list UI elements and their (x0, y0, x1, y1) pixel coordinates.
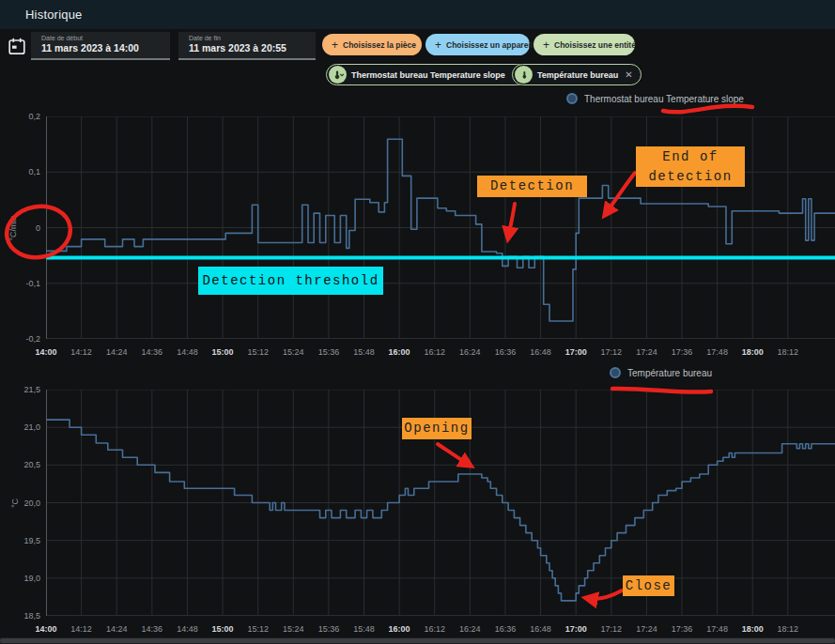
x-axis-tick: 18:00 (742, 624, 764, 634)
chip-label: Température bureau (537, 70, 618, 80)
x-axis-tick: 14:48 (177, 347, 198, 357)
legend-label: Thermostat bureau Temperature slope (584, 94, 744, 104)
date-start-label: Date de début (41, 35, 161, 41)
plus-icon: + (332, 39, 338, 51)
plus-icon: + (543, 39, 549, 51)
date-end-value: 11 mars 2023 à 20:55 (189, 42, 306, 54)
x-axis-tick: 14:48 (177, 624, 198, 634)
x-axis-tick: 14:12 (70, 624, 92, 634)
x-axis-tick: 17:36 (672, 624, 693, 634)
x-axis-tick: 16:24 (459, 347, 481, 357)
calendar-icon[interactable] (8, 38, 25, 55)
x-axis-tick: 15:24 (283, 624, 304, 634)
entity-chip-thermostat-slope[interactable]: Thermostat bureau Temperature slope ✕ (326, 64, 528, 85)
y-axis-tick: 19,5 (5, 536, 40, 545)
x-axis-tick: 17:48 (706, 347, 728, 357)
page-title: Historique (25, 8, 83, 22)
date-end-label: Date de fin (189, 35, 306, 41)
y-axis-tick: 18,5 (5, 611, 40, 621)
legend-label: Température bureau (627, 368, 712, 378)
app-header: Historique (0, 0, 835, 29)
x-axis-tick: 14:00 (35, 347, 56, 357)
y-axis-tick: 0,1 (5, 167, 40, 176)
x-axis-tick: 14:12 (70, 347, 92, 357)
x-axis-tick: 15:48 (353, 347, 375, 357)
x-axis-tick: 16:36 (495, 624, 517, 634)
legend-underline-annotation-1 (663, 106, 752, 113)
x-axis-tick: 16:00 (389, 347, 410, 357)
legend-marker (566, 93, 578, 104)
chip-label: Thermostat bureau Temperature slope (351, 70, 505, 80)
thermometer-chevron-icon (329, 66, 347, 84)
x-axis-tick: 15:36 (318, 624, 340, 634)
x-axis-tick: 17:24 (636, 347, 657, 357)
x-axis-tick: 16:12 (424, 347, 445, 357)
x-axis-tick: 15:12 (247, 347, 269, 357)
entity-chip-temperature[interactable]: Température bureau ✕ (512, 64, 642, 85)
x-axis-tick: 15:36 (318, 347, 340, 357)
x-axis-tick: 16:48 (530, 347, 551, 357)
series-line (46, 139, 835, 321)
choose-device-label: Choisissez un appareil (446, 40, 533, 50)
x-axis-tick: 17:00 (565, 347, 587, 357)
y-axis-tick: 20,0 (5, 498, 40, 508)
x-axis-tick: 17:12 (601, 624, 623, 634)
x-axis-tick: 17:48 (706, 624, 728, 634)
x-axis-tick: 15:24 (283, 347, 304, 357)
x-axis-tick: 15:00 (212, 624, 234, 634)
x-axis-tick: 16:24 (459, 624, 481, 634)
x-axis-tick: 14:00 (35, 624, 56, 634)
x-axis-tick: 14:24 (106, 624, 128, 634)
date-start-field[interactable]: Date de début 11 mars 2023 à 14:00 (31, 32, 170, 60)
close-icon[interactable]: ✕ (625, 69, 632, 80)
series-line (46, 420, 835, 601)
legend-marker (610, 367, 621, 378)
x-axis-tick: 16:48 (530, 624, 551, 634)
slope-chart-plot[interactable] (46, 116, 835, 339)
horizontal-scrollbar[interactable] (0, 637, 835, 644)
plus-icon: + (435, 39, 441, 51)
y-axis-tick: 21,5 (5, 385, 40, 394)
x-axis-tick: 17:24 (636, 624, 657, 634)
x-axis-tick: 16:00 (389, 624, 410, 634)
y-axis-tick: 21,0 (5, 422, 40, 432)
x-axis-tick: 15:48 (353, 624, 375, 634)
date-start-value: 11 mars 2023 à 14:00 (41, 42, 161, 54)
choose-device-button[interactable]: + Choisissez un appareil (425, 34, 530, 55)
temperature-chart-plot[interactable] (46, 390, 835, 616)
x-axis-tick: 18:12 (778, 347, 799, 357)
y-axis-tick: -0,2 (5, 334, 40, 344)
x-axis-tick: 15:12 (247, 624, 269, 634)
x-axis-tick: 16:36 (495, 347, 517, 357)
x-axis-tick: 18:00 (742, 347, 764, 357)
x-axis-tick: 15:00 (212, 347, 234, 357)
y-axis-tick: 19,0 (5, 574, 40, 583)
x-axis-tick: 18:12 (778, 624, 799, 634)
x-axis-tick: 17:36 (672, 347, 693, 357)
x-axis-tick: 17:00 (565, 624, 587, 634)
scrollbar-thumb[interactable] (0, 638, 835, 643)
x-axis-tick: 14:36 (142, 624, 163, 634)
choose-room-button[interactable]: + Choisissez la pièce (322, 34, 422, 55)
x-axis-tick: 16:12 (424, 624, 445, 634)
y-axis-tick: 0,2 (5, 112, 40, 121)
choose-room-label: Choisissez la pièce (343, 40, 416, 50)
y-axis-tick: 0 (5, 223, 40, 233)
legend-thermostat-slope[interactable]: Thermostat bureau Temperature slope (566, 93, 744, 104)
y-axis-tick: -0,1 (5, 279, 40, 288)
x-axis-tick: 17:12 (601, 347, 623, 357)
y-axis-tick: 20,5 (5, 460, 40, 469)
choose-entity-button[interactable]: + Choisissez une entité (533, 34, 635, 55)
x-axis-tick: 14:36 (142, 347, 163, 357)
x-axis-tick: 14:24 (106, 347, 128, 357)
legend-temperature-bureau[interactable]: Température bureau (610, 367, 712, 378)
date-end-field[interactable]: Date de fin 11 mars 2023 à 20:55 (178, 32, 316, 60)
choose-entity-label: Choisissez une entité (554, 40, 636, 50)
thermometer-icon (515, 66, 533, 84)
